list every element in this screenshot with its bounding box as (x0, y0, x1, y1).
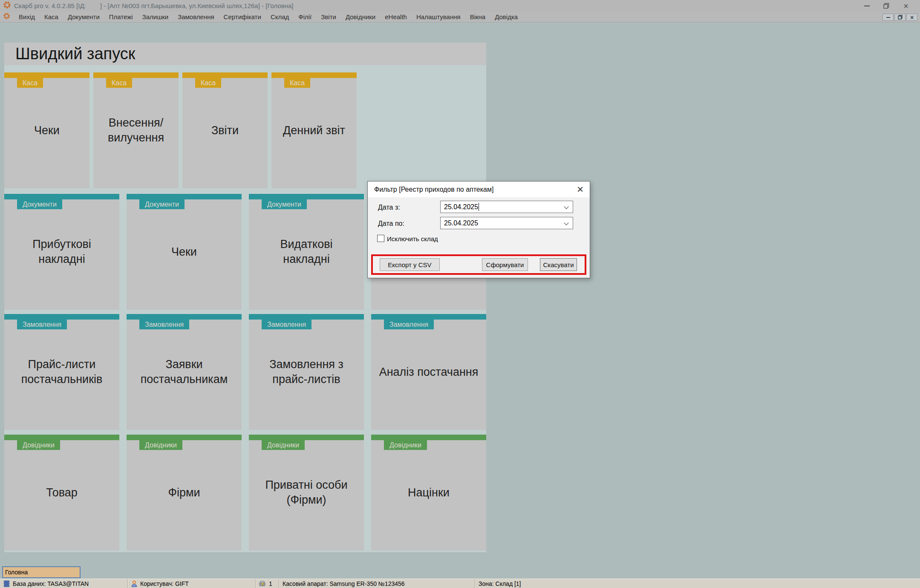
date-from-combobox[interactable]: 25.04.2025 (440, 201, 573, 213)
status-register-count: 1 (256, 579, 279, 588)
window-titlebar: Скарб pro v. 4.0.2.85 [ІД: ] - [Апт №003… (0, 0, 920, 12)
restore-button[interactable] (877, 0, 896, 12)
export-csv-button[interactable]: Експорт у CSV (380, 258, 440, 271)
menu-item-exit[interactable]: Вихід (14, 12, 40, 23)
restore-icon (883, 3, 889, 9)
tile-kasa-reports[interactable]: Каса Звіти (182, 72, 268, 188)
quick-launch-header: Швидкий запуск (4, 43, 486, 65)
tile-label: Чеки (127, 194, 242, 310)
tile-doc-checks[interactable]: Документи Чеки (127, 194, 242, 310)
mdi-close-button[interactable]: × (906, 14, 917, 21)
cash-register-icon (259, 580, 266, 587)
mdi-minimize-button[interactable] (883, 14, 894, 21)
tile-label: Приватні особи (Фірми) (249, 435, 364, 551)
cancel-button[interactable]: Скасувати (540, 258, 577, 271)
date-to-value: 25.04.2025 (444, 219, 478, 227)
date-from-value: 25.04.2025 (444, 203, 478, 211)
menu-item-payments[interactable]: Платежі (104, 12, 138, 23)
tab-main[interactable]: Головна (2, 566, 81, 578)
mdi-window-controls: × (883, 14, 917, 21)
tile-label: Аналіз постачання (371, 314, 486, 430)
mdi-restore-icon (898, 15, 903, 20)
tile-cash-in-out[interactable]: Каса Внесення/вилучення (93, 72, 179, 188)
tile-label: Прибуткові накладні (4, 194, 119, 310)
tile-label: Замовлення з прайс-листів (249, 314, 364, 430)
tile-row-orders: Замовлення Прайс-листи постачальників За… (4, 314, 486, 430)
menu-item-reports[interactable]: Звіти (316, 12, 341, 23)
menu-item-settings[interactable]: Налаштування (412, 12, 465, 23)
status-user-text: Користувач: GIFT (140, 580, 189, 587)
mdi-restore-button[interactable] (894, 14, 906, 21)
date-to-combobox[interactable]: 25.04.2025 (440, 217, 573, 229)
tile-label: Заявки постачальникам (127, 314, 242, 430)
tile-checks[interactable]: Каса Чеки (4, 72, 89, 188)
app-logo-icon (3, 1, 11, 10)
window-title: Скарб pro v. 4.0.2.85 [ІД: ] - [Апт №003… (14, 2, 294, 9)
tile-incoming-invoices[interactable]: Документи Прибуткові накладні (4, 194, 119, 310)
tile-outgoing-invoices[interactable]: Документи Видаткові накладні (249, 194, 364, 310)
menu-bar: Вихід Каса Документи Платежі Залишки Зам… (0, 12, 920, 23)
filter-dialog-title: Фильтр [Реестр приходов по аптекам] (374, 186, 493, 193)
mdi-close-icon: × (910, 14, 914, 20)
tile-label: Звіти (182, 72, 268, 188)
tile-daily-report[interactable]: Каса Денний звіт (271, 72, 357, 188)
quick-launch-title: Швидкий запуск (15, 45, 135, 63)
filter-dialog-close-button[interactable]: × (571, 182, 590, 197)
tile-row-directories: Довідники Товар Довідники Фірми Довідник… (4, 435, 486, 551)
menu-item-ehealth[interactable]: eHealth (380, 12, 412, 23)
status-zone: Зона: Склад [1] (475, 579, 920, 588)
status-database: База даних: TASA3@TITAN (0, 579, 128, 588)
tile-label: Видаткові накладні (249, 194, 364, 310)
status-user: Користувач: GIFT (128, 579, 256, 588)
tile-label: Внесення/вилучення (93, 72, 179, 188)
tile-supply-analysis[interactable]: Замовлення Аналіз постачання (371, 314, 486, 430)
tile-row-kasa: Каса Чеки Каса Внесення/вилучення Каса З… (4, 72, 357, 188)
tile-label: Денний звіт (271, 72, 357, 188)
exclude-warehouse-checkbox[interactable] (377, 235, 384, 242)
tile-firms[interactable]: Довідники Фірми (127, 435, 242, 551)
chevron-down-icon (564, 204, 568, 209)
chevron-down-icon (564, 220, 568, 225)
menu-item-directories[interactable]: Довідники (341, 12, 380, 23)
tile-label: Фірми (127, 435, 242, 551)
tile-goods[interactable]: Довідники Товар (4, 435, 119, 551)
status-cash-register: Касовий апарат: Samsung ER-350 №123456 (279, 579, 475, 588)
quick-launch-panel: Швидкий запуск Каса Чеки Каса Внесення/в… (4, 43, 486, 552)
filter-dialog-titlebar: Фильтр [Реестр приходов по аптекам] (368, 182, 590, 197)
tile-markups[interactable]: Довідники Націнки (371, 435, 486, 551)
generate-button[interactable]: Сформувати (482, 258, 528, 271)
menu-item-documents[interactable]: Документи (63, 12, 104, 23)
database-icon (3, 580, 10, 587)
menu-item-branches[interactable]: Філії (294, 12, 316, 23)
exclude-warehouse-label: Исключить склад (387, 235, 438, 242)
filter-dialog: Фильтр [Реестр приходов по аптекам] × Да… (367, 181, 590, 278)
tile-supplier-requests[interactable]: Замовлення Заявки постачальникам (127, 314, 242, 430)
close-icon: × (903, 2, 908, 10)
child-window-logo-icon[interactable] (3, 13, 10, 21)
tile-label: Націнки (371, 435, 486, 551)
menu-item-certificates[interactable]: Сертифікати (219, 12, 266, 23)
text-caret (479, 203, 479, 211)
status-zone-text: Зона: Склад [1] (479, 580, 521, 587)
menu-item-warehouse[interactable]: Склад (266, 12, 294, 23)
date-to-label: Дата по: (378, 220, 404, 228)
status-bar: База даних: TASA3@TITAN Користувач: GIFT… (0, 579, 920, 588)
tile-label: Чеки (4, 72, 89, 188)
tile-label: Прайс-листи постачальників (4, 314, 119, 430)
tile-supplier-pricelists[interactable]: Замовлення Прайс-листи постачальників (4, 314, 119, 430)
menu-item-stock-balances[interactable]: Залишки (138, 12, 173, 23)
close-icon: × (577, 183, 583, 196)
minimize-button[interactable] (857, 0, 877, 12)
tile-private-persons[interactable]: Довідники Приватні особи (Фірми) (249, 435, 364, 551)
menu-item-windows[interactable]: Вікна (465, 12, 490, 23)
status-cash-register-text: Касовий апарат: Samsung ER-350 №123456 (283, 580, 405, 587)
tile-orders-from-pricelists[interactable]: Замовлення Замовлення з прайс-листів (249, 314, 364, 430)
menu-item-help[interactable]: Довідка (490, 12, 522, 23)
status-register-count-text: 1 (269, 580, 272, 587)
menu-item-orders[interactable]: Замовлення (173, 12, 219, 23)
status-database-text: База даних: TASA3@TITAN (13, 580, 89, 587)
close-button[interactable]: × (896, 0, 916, 12)
tile-label: Товар (4, 435, 119, 551)
menu-item-kasa[interactable]: Каса (40, 12, 63, 23)
date-from-label: Дата з: (378, 204, 400, 211)
